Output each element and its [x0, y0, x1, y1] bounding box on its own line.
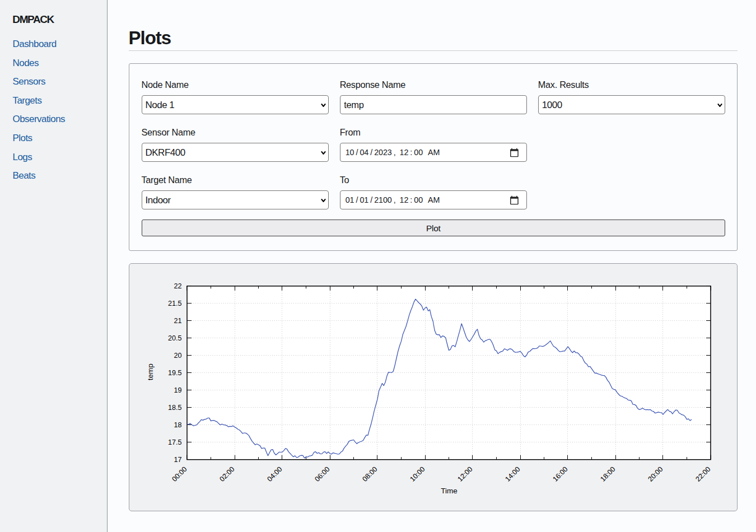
svg-text:20.5: 20.5	[167, 334, 181, 342]
svg-text:temp: temp	[146, 363, 155, 380]
svg-text:19.5: 19.5	[167, 369, 181, 377]
svg-text:14:00: 14:00	[503, 465, 521, 483]
svg-text:18.5: 18.5	[167, 404, 181, 412]
svg-text:04:00: 04:00	[265, 465, 283, 483]
svg-text:18:00: 18:00	[599, 465, 617, 483]
svg-text:12:00: 12:00	[456, 465, 474, 483]
svg-text:19: 19	[174, 386, 181, 394]
svg-text:17: 17	[174, 456, 181, 464]
svg-text:17.5: 17.5	[167, 438, 181, 446]
svg-text:22:00: 22:00	[694, 465, 712, 483]
svg-text:02:00: 02:00	[218, 465, 236, 483]
svg-text:16:00: 16:00	[551, 465, 569, 483]
svg-text:06:00: 06:00	[313, 465, 331, 483]
svg-text:08:00: 08:00	[361, 465, 379, 483]
svg-text:18: 18	[174, 421, 181, 429]
svg-text:00:00: 00:00	[170, 465, 188, 483]
svg-text:21: 21	[174, 317, 181, 325]
svg-text:Time: Time	[441, 487, 458, 496]
svg-text:21.5: 21.5	[167, 300, 181, 307]
svg-text:22: 22	[174, 282, 181, 290]
svg-text:20: 20	[174, 352, 181, 360]
svg-text:20:00: 20:00	[646, 465, 664, 483]
svg-text:10:00: 10:00	[408, 465, 426, 483]
